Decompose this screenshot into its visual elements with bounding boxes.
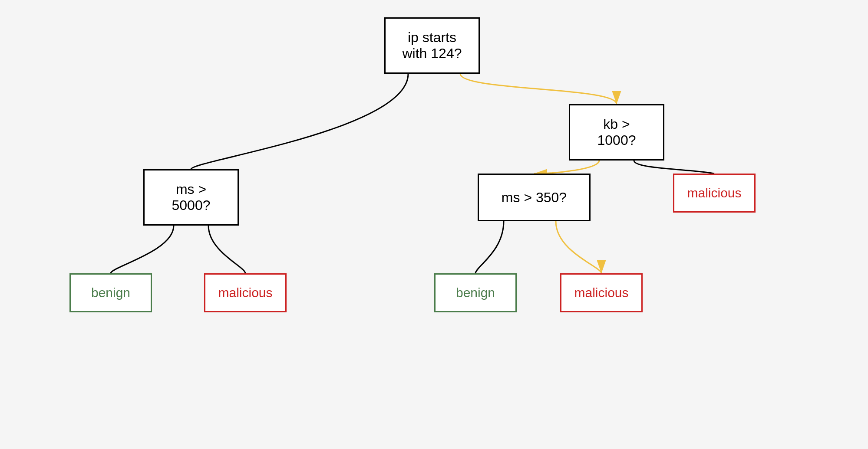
- ms5000-node-label: ms > 5000?: [172, 181, 211, 213]
- malicious1-label: malicious: [218, 285, 272, 300]
- benign2-label: benign: [456, 285, 495, 300]
- ms350-node: ms > 350?: [478, 174, 591, 221]
- kb-node: kb > 1000?: [569, 104, 664, 161]
- malicious2-label: malicious: [574, 285, 628, 300]
- root-node-label: ip starts with 124?: [403, 29, 462, 62]
- benign1-label: benign: [91, 285, 130, 300]
- tree-diagram: ip starts with 124? kb > 1000? ms > 5000…: [0, 0, 868, 449]
- malicious-right-node: malicious: [673, 174, 756, 213]
- malicious-right-label: malicious: [687, 186, 741, 200]
- kb-node-label: kb > 1000?: [597, 116, 636, 148]
- ms350-node-label: ms > 350?: [502, 190, 567, 206]
- root-node: ip starts with 124?: [384, 17, 480, 74]
- malicious1-node: malicious: [204, 273, 287, 312]
- benign2-node: benign: [434, 273, 517, 312]
- benign1-node: benign: [69, 273, 152, 312]
- malicious2-node: malicious: [560, 273, 643, 312]
- ms5000-node: ms > 5000?: [143, 169, 239, 226]
